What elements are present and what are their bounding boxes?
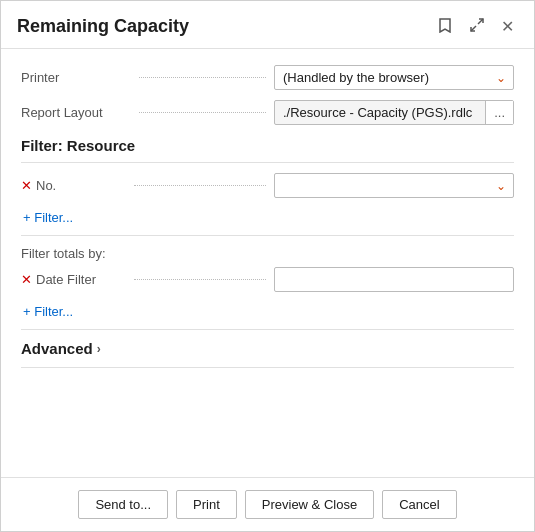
- printer-select[interactable]: (Handled by the browser): [274, 65, 514, 90]
- report-layout-value: ./Resource - Capacity (PGS).rdlc: [275, 101, 485, 124]
- dialog-body: Printer (Handled by the browser) ⌄ Repor…: [1, 49, 534, 477]
- add-filter-resource-button[interactable]: + Filter...: [23, 206, 73, 229]
- header-icons: ✕: [433, 15, 518, 38]
- report-layout-control-wrapper: ./Resource - Capacity (PGS).rdlc ...: [274, 100, 514, 125]
- dialog-header: Remaining Capacity ✕: [1, 1, 534, 49]
- filter-no-row: ✕ No. ⌄: [21, 173, 514, 198]
- report-layout-dotted: [139, 112, 266, 113]
- printer-row: Printer (Handled by the browser) ⌄: [21, 65, 514, 90]
- filter-date-row: ✕ Date Filter: [21, 267, 514, 292]
- advanced-label: Advanced: [21, 340, 93, 357]
- preview-close-button[interactable]: Preview & Close: [245, 490, 374, 519]
- close-icon[interactable]: ✕: [497, 17, 518, 37]
- dialog-footer: Send to... Print Preview & Close Cancel: [1, 477, 534, 531]
- filter-no-select[interactable]: [274, 173, 514, 198]
- printer-select-wrapper: (Handled by the browser) ⌄: [274, 65, 514, 90]
- filter-date-input[interactable]: [274, 267, 514, 292]
- filter-date-dotted: [134, 279, 266, 280]
- advanced-divider: [21, 329, 514, 330]
- expand-icon[interactable]: [465, 15, 489, 38]
- printer-label: Printer: [21, 70, 131, 85]
- filter-date-label: Date Filter: [36, 272, 126, 287]
- advanced-chevron-icon: ›: [97, 342, 101, 356]
- printer-control-wrapper: (Handled by the browser) ⌄: [274, 65, 514, 90]
- advanced-section: Advanced ›: [21, 340, 514, 357]
- cancel-button[interactable]: Cancel: [382, 490, 456, 519]
- filter-resource-divider: [21, 162, 514, 163]
- filter-date-input-wrapper: [274, 267, 514, 292]
- printer-dotted: [139, 77, 266, 78]
- filter-no-dotted: [134, 185, 266, 186]
- filter-date-remove-icon[interactable]: ✕: [21, 272, 32, 287]
- dialog: Remaining Capacity ✕ Printer: [0, 0, 535, 532]
- filter-totals-divider: [21, 235, 514, 236]
- filter-no-remove-icon[interactable]: ✕: [21, 178, 32, 193]
- filter-no-input-wrapper: ⌄: [274, 173, 514, 198]
- filter-no-label: No.: [36, 178, 126, 193]
- advanced-bottom-divider: [21, 367, 514, 368]
- filter-no-select-wrapper: ⌄: [274, 173, 514, 198]
- report-layout-label: Report Layout: [21, 105, 131, 120]
- bookmark-icon[interactable]: [433, 15, 457, 38]
- print-button[interactable]: Print: [176, 490, 237, 519]
- advanced-title[interactable]: Advanced ›: [21, 340, 514, 357]
- send-to-button[interactable]: Send to...: [78, 490, 168, 519]
- report-layout-button[interactable]: ...: [485, 101, 513, 124]
- report-layout-row: Report Layout ./Resource - Capacity (PGS…: [21, 100, 514, 125]
- report-layout-control: ./Resource - Capacity (PGS).rdlc ...: [274, 100, 514, 125]
- filter-totals-label: Filter totals by:: [21, 246, 514, 261]
- filter-resource-title: Filter: Resource: [21, 137, 514, 154]
- add-filter-totals-button[interactable]: + Filter...: [23, 300, 73, 323]
- dialog-title: Remaining Capacity: [17, 16, 189, 37]
